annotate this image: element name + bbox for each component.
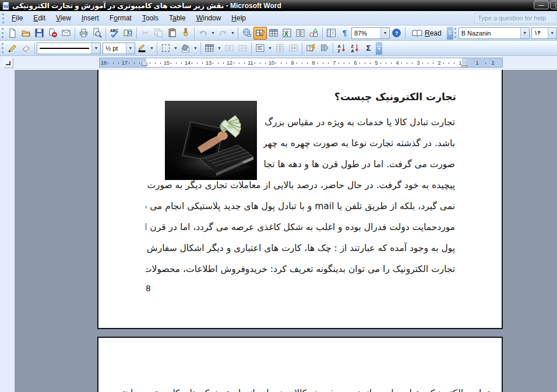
spelling-button[interactable]: ABC — [108, 27, 121, 40]
horizontal-ruler[interactable]: 181715141312111098765432112 — [99, 58, 503, 68]
doc-line-partial[interactable]: تجارت الکترونیکی عبارت است از خرید و فرو… — [122, 387, 490, 392]
menu-table[interactable]: Table — [164, 12, 191, 24]
ruler-number: 8 — [309, 60, 318, 66]
print-button[interactable] — [77, 27, 90, 40]
autosum-button[interactable]: Σ — [362, 42, 375, 55]
read-button[interactable]: Read — [407, 27, 446, 40]
tab-selector-button[interactable] — [3, 58, 13, 68]
eraser-button[interactable] — [19, 42, 33, 55]
document-map-button[interactable] — [325, 27, 338, 40]
print-preview-button[interactable] — [90, 27, 104, 40]
permission-button[interactable] — [46, 27, 59, 40]
change-text-direction-button[interactable] — [318, 42, 331, 55]
border-color-dropdown-arrow[interactable]: ▼ — [149, 42, 155, 55]
doc-line[interactable]: پول به وجود آمده که عبارتند از : چک ها، … — [146, 242, 455, 255]
menu-tools[interactable]: Tools — [137, 12, 164, 24]
minimize-button[interactable]: — — [534, 1, 549, 9]
undo-dropdown-arrow[interactable]: ▼ — [210, 27, 216, 40]
zoom-combo[interactable]: 87% ▼ — [351, 27, 390, 39]
table-autoformat-button[interactable] — [304, 42, 318, 55]
insert-table-dropdown-arrow[interactable]: ▼ — [216, 42, 223, 55]
menubar-drag-handle[interactable] — [2, 13, 4, 23]
document-page-2[interactable]: تجارت الکترونیکی عبارت است از خرید و فرو… — [97, 337, 503, 392]
drawing-button[interactable] — [307, 27, 320, 40]
insert-table-button[interactable] — [267, 27, 280, 40]
redo-button[interactable] — [216, 27, 230, 40]
outside-border-button[interactable] — [159, 42, 172, 55]
menu-help[interactable]: Help — [226, 12, 251, 24]
help-button[interactable]: ? — [390, 27, 403, 40]
toolbar-options-chevron[interactable]: ▼ — [376, 42, 382, 55]
format-painter-button[interactable] — [179, 27, 192, 40]
doc-line[interactable]: پیچیده به خود گرفت. در حال حاضر، درصد با… — [146, 179, 455, 192]
line-weight-combo[interactable]: ½ pt ▼ — [103, 43, 135, 54]
maximize-button[interactable]: ▢ — [550, 1, 557, 9]
insert-hyperlink-button[interactable] — [240, 27, 253, 40]
tables-and-borders-button[interactable] — [253, 27, 267, 40]
open-button[interactable] — [19, 27, 33, 40]
font-name-combo[interactable]: B Nazanin ▼ — [459, 27, 530, 39]
menu-file[interactable]: File — [6, 12, 28, 24]
outside-border-dropdown-arrow[interactable]: ▼ — [172, 42, 179, 55]
right-indent-marker[interactable] — [461, 65, 467, 68]
split-cells-button[interactable] — [236, 42, 249, 55]
footnote-number[interactable]: 8 — [146, 284, 151, 293]
cell-alignment-button[interactable] — [253, 42, 267, 55]
redo-dropdown-arrow[interactable]: ▼ — [230, 27, 236, 40]
sort-descending-button[interactable]: ZA — [348, 42, 362, 55]
zoom-dropdown-arrow[interactable]: ▼ — [380, 28, 389, 38]
font-name-dropdown-arrow[interactable]: ▼ — [520, 28, 529, 38]
line-style-dropdown-arrow[interactable]: ▼ — [91, 43, 100, 54]
doc-line[interactable]: صورت می گرفت. اما در طول قرن ها و دهه ها… — [263, 158, 455, 171]
shading-color-dropdown-arrow[interactable]: ▼ — [192, 42, 199, 55]
cut-button[interactable]: ✂ — [139, 27, 152, 40]
toolbar-options-chevron[interactable]: ▼ — [447, 27, 453, 40]
menu-edit[interactable]: Edit — [28, 12, 51, 24]
doc-line[interactable]: نمی گیرد، بلکه از طریق تلفن یا mail و با… — [146, 200, 455, 213]
distribute-columns-icon — [288, 43, 298, 53]
document-image[interactable] — [165, 101, 257, 180]
menu-view[interactable]: View — [51, 12, 76, 24]
document-page-1[interactable]: تجارت الکترونیک چیست؟ — [97, 70, 503, 329]
copy-button[interactable] — [152, 27, 165, 40]
help-question-box[interactable]: Type a question for help — [474, 13, 557, 23]
line-weight-dropdown-arrow[interactable]: ▼ — [126, 43, 135, 54]
ruler-tick — [307, 62, 308, 64]
paste-button[interactable] — [165, 27, 179, 40]
formatting-drag-handle[interactable] — [454, 28, 456, 38]
pilcrow-icon: ¶ — [343, 29, 347, 37]
menu-format[interactable]: Format — [104, 12, 137, 24]
columns-button[interactable] — [294, 27, 307, 40]
menu-window[interactable]: Window — [191, 12, 227, 24]
document-heading[interactable]: تجارت الکترونیک چیست؟ — [334, 91, 456, 103]
border-color-button[interactable] — [135, 42, 149, 55]
distribute-rows-button[interactable] — [273, 42, 287, 55]
line-style-combo[interactable]: ▼ — [37, 43, 101, 54]
shading-color-button[interactable] — [179, 42, 192, 55]
draw-table-button[interactable] — [6, 42, 19, 55]
doc-line[interactable]: باشد. در گذشته تجارت نوعا به صورت چهره ب… — [263, 137, 455, 150]
doc-line[interactable]: تجارت تبادل کالا یا خدمات به ویژه در مقی… — [263, 116, 455, 129]
new-document-button[interactable] — [6, 27, 19, 40]
undo-button[interactable] — [196, 27, 210, 40]
merge-cells-button[interactable] — [223, 42, 236, 55]
toolbar-separator — [157, 43, 157, 54]
svg-text:A: A — [338, 44, 341, 48]
insert-excel-worksheet-button[interactable]: X — [280, 27, 294, 40]
font-size-combo[interactable]: ۱۴ ▼ — [531, 27, 557, 39]
ruler-tick — [239, 62, 239, 64]
email-button[interactable] — [59, 27, 73, 40]
toolbar-drag-handle[interactable] — [2, 43, 3, 53]
toolbar-drag-handle[interactable] — [2, 28, 3, 38]
save-button[interactable] — [33, 27, 46, 40]
doc-line[interactable]: تجارت الکترونیک را می توان بدینگونه تعری… — [146, 263, 455, 276]
sort-ascending-button[interactable]: AZ — [335, 42, 348, 55]
distribute-columns-button[interactable] — [287, 42, 300, 55]
font-size-dropdown-arrow[interactable]: ▼ — [548, 28, 556, 38]
research-button[interactable] — [121, 27, 135, 40]
show-hide-paragraph-button[interactable]: ¶ — [338, 27, 351, 40]
insert-table-split-button[interactable] — [203, 42, 216, 55]
menu-insert[interactable]: Insert — [76, 12, 104, 24]
cell-alignment-dropdown-arrow[interactable]: ▼ — [267, 42, 273, 55]
doc-line[interactable]: موردحمایت دولت فدرال بوده و اغلب به شکل … — [146, 221, 455, 234]
